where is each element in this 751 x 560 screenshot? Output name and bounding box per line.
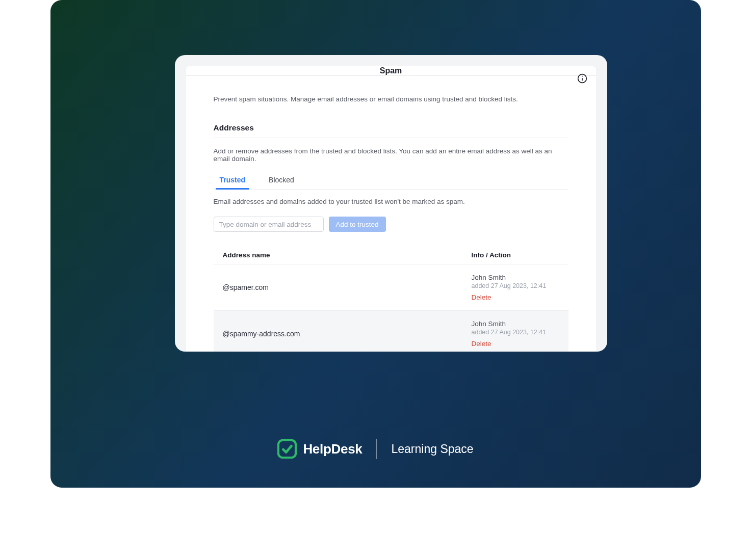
helpdesk-logo-icon: [277, 439, 297, 459]
lead-text: Prevent spam situations. Manage email ad…: [214, 95, 568, 103]
col-info-action: Info / Action: [472, 251, 568, 259]
address-tabs: Trusted Blocked: [214, 176, 568, 190]
table-row: @spammy-address.com John Smith added 27 …: [214, 311, 568, 352]
stage-background: Spam Prevent spam situations. Manage ema…: [50, 0, 701, 488]
panel-header: Spam: [186, 66, 596, 76]
page-title: Spam: [380, 66, 402, 75]
added-when: added 27 Aug 2023, 12:41: [472, 282, 568, 289]
added-when: added 27 Aug 2023, 12:41: [472, 329, 568, 336]
settings-panel: Spam Prevent spam situations. Manage ema…: [186, 66, 596, 352]
info-cell: John Smith added 27 Aug 2023, 12:41 Dele…: [472, 320, 568, 348]
delete-button[interactable]: Delete: [472, 294, 491, 301]
added-by: John Smith: [472, 320, 568, 328]
settings-card: Spam Prevent spam situations. Manage ema…: [175, 55, 607, 352]
tab-blocked[interactable]: Blocked: [268, 176, 295, 189]
addresses-subtext: Add or remove addresses from the trusted…: [214, 147, 568, 163]
info-icon[interactable]: [577, 73, 588, 84]
footer-divider: [376, 439, 377, 459]
address-table: Address name Info / Action @spamer.com J…: [214, 246, 568, 352]
helpdesk-brand: HelpDesk: [277, 439, 362, 459]
col-address-name: Address name: [223, 251, 472, 259]
brand-name: HelpDesk: [303, 441, 362, 457]
svg-point-2: [582, 76, 583, 77]
table-row: @spamer.com John Smith added 27 Aug 2023…: [214, 264, 568, 311]
footer: HelpDesk Learning Space: [50, 439, 701, 459]
table-header: Address name Info / Action: [214, 246, 568, 264]
svg-rect-3: [278, 440, 296, 458]
addresses-heading: Addresses: [214, 123, 568, 138]
learning-space-label: Learning Space: [391, 442, 473, 456]
add-address-row: Add to trusted: [214, 217, 568, 232]
address-input[interactable]: [214, 217, 324, 232]
address-cell: @spamer.com: [223, 283, 472, 291]
info-cell: John Smith added 27 Aug 2023, 12:41 Dele…: [472, 274, 568, 301]
add-to-trusted-button[interactable]: Add to trusted: [329, 217, 386, 232]
address-cell: @spammy-address.com: [223, 330, 472, 338]
panel-body: Prevent spam situations. Manage email ad…: [186, 76, 596, 352]
trusted-tab-description: Email addresses and domains added to you…: [214, 198, 568, 205]
added-by: John Smith: [472, 274, 568, 281]
tab-trusted[interactable]: Trusted: [219, 176, 247, 189]
delete-button[interactable]: Delete: [472, 340, 491, 348]
